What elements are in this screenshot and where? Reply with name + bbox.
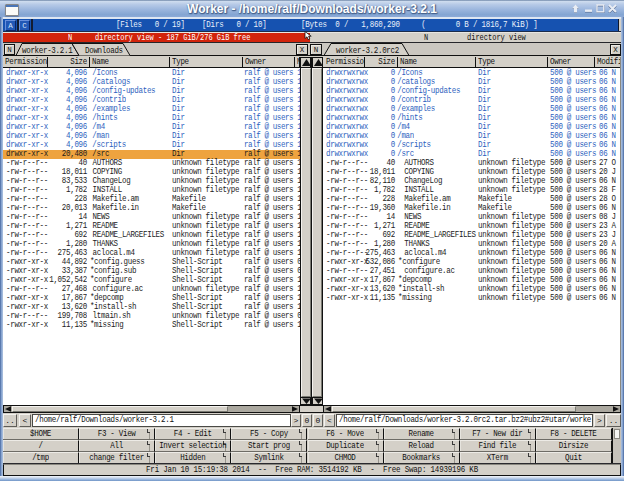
svg-text:worker-3.2.0rc2: worker-3.2.0rc2: [336, 45, 399, 56]
svg-text:worker-3.2.1: worker-3.2.1: [22, 45, 73, 56]
svg-text:Downloads: Downloads: [85, 45, 123, 56]
